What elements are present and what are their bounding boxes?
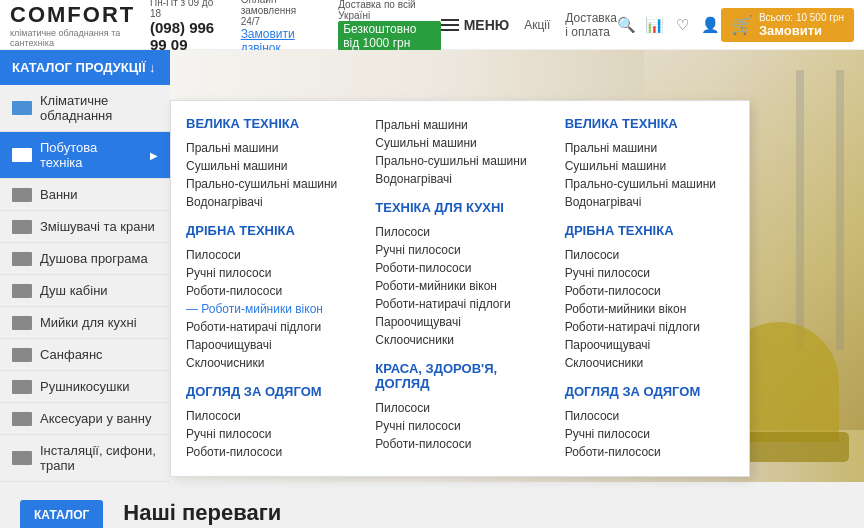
promo-link[interactable]: Акції bbox=[524, 18, 550, 32]
sidebar-item-label: Змішувачі та крани bbox=[40, 219, 155, 234]
contact-info: Пн-Пт з 09 до 18 (098) 996 99 09 bbox=[150, 0, 221, 53]
link-pyl-kukhni-1[interactable]: Пилососи bbox=[375, 223, 544, 241]
link-sklo-kukhni[interactable]: Склоочисники bbox=[375, 331, 544, 349]
link-paro-kukhni[interactable]: Пароочищувачі bbox=[375, 313, 544, 331]
sidebar-item-vanny[interactable]: Ванни bbox=[0, 179, 170, 211]
myjky-icon bbox=[12, 316, 32, 330]
sidebar-item-label: Кліматичне обладнання bbox=[40, 93, 158, 123]
link-sushylni-1[interactable]: Сушильні машини bbox=[186, 157, 355, 175]
link-ruchni-odlag-1[interactable]: Ручні пилососи bbox=[186, 425, 355, 443]
link-pyl-krasa[interactable]: Пилососи bbox=[375, 399, 544, 417]
link-skloochysnyky-1[interactable]: Склоочисники bbox=[186, 354, 355, 372]
cart-info: Всього: 10 500 грн Замовити bbox=[759, 12, 844, 38]
link-roboty-odlag-3[interactable]: Роботи-пилососи bbox=[565, 443, 734, 461]
search-icon[interactable]: 🔍 bbox=[617, 15, 637, 35]
col1-section3-title: ДОГЛЯД ЗА ОДЯГОМ bbox=[186, 384, 355, 399]
link-sushylni-3[interactable]: Сушильні машини bbox=[565, 157, 734, 175]
sidebar-item-label: Мийки для кухні bbox=[40, 315, 137, 330]
link-roboty-krasa[interactable]: Роботи-пилососи bbox=[375, 435, 544, 453]
sidebar-item-label: Душова програма bbox=[40, 251, 148, 266]
sidebar-item-sanfayans[interactable]: Санфаянс bbox=[0, 339, 170, 371]
cart-button[interactable]: 🛒 Всього: 10 500 грн Замовити bbox=[721, 8, 854, 42]
chart-icon[interactable]: 📊 bbox=[645, 15, 665, 35]
phone-number[interactable]: (098) 996 99 09 bbox=[150, 19, 221, 53]
link-paro-3[interactable]: Пароочищувачі bbox=[565, 336, 734, 354]
link-myjnyky-vikna[interactable]: Роботи-мийники вікон bbox=[375, 277, 544, 295]
sidebar-item-label: Побутова техніка bbox=[40, 140, 142, 170]
link-paroochyshuvachi-1[interactable]: Пароочищувачі bbox=[186, 336, 355, 354]
link-vodonahrivachi-2[interactable]: Водонагрівачі bbox=[375, 170, 544, 188]
sidebar-item-pobutova[interactable]: Побутова техніка ▶ bbox=[0, 132, 170, 179]
sidebar-item-dush-kabiny[interactable]: Душ кабіни bbox=[0, 275, 170, 307]
bottom-section: КАТАЛОГ Наші переваги 🚚 🏆 💧 🔧 📦 bbox=[0, 482, 864, 528]
sidebar-item-label: Санфаянс bbox=[40, 347, 103, 362]
link-roboty-vikna-1[interactable]: — Роботи-мийники вікон bbox=[186, 300, 355, 318]
sidebar-item-instalyatsii[interactable]: Інсталяції, сифони, трапи bbox=[0, 435, 170, 482]
sidebar-item-aksesuary[interactable]: Аксесуари у ванну bbox=[0, 403, 170, 435]
col1-section1-title: ВЕЛИКА ТЕХНІКА bbox=[186, 116, 355, 131]
user-icon[interactable]: 👤 bbox=[701, 15, 721, 35]
online-label: Онлайн замовлення 24/7 bbox=[241, 0, 319, 27]
sidebar-item-klimatichne[interactable]: Кліматичне обладнання bbox=[0, 85, 170, 132]
link-pralno-sushylni-2[interactable]: Прально-сушильні машини bbox=[375, 152, 544, 170]
menu-button[interactable]: МЕНЮ bbox=[441, 17, 510, 33]
link-pralno-sushylni-3[interactable]: Прально-сушильні машини bbox=[565, 175, 734, 193]
header-navigation: МЕНЮ Акції Доставка і оплата bbox=[441, 11, 617, 39]
col3-section1-title: ВЕЛИКА ТЕХНІКА bbox=[565, 116, 734, 131]
link-myjnyky-vikna-3[interactable]: Роботи-мийники вікон bbox=[565, 300, 734, 318]
col2-section2-title: ТЕХНІКА ДЛЯ КУХНІ bbox=[375, 200, 544, 215]
arrow-icon: ▶ bbox=[150, 150, 158, 161]
delivery-label: Доставка по всій Україні bbox=[338, 0, 440, 21]
sidebar-item-rushnykosusky[interactable]: Рушникосушки bbox=[0, 371, 170, 403]
site-header: COMFORT кліматичне обладнання та сантехн… bbox=[0, 0, 864, 50]
link-ruchni-kukhni-1[interactable]: Ручні пилососи bbox=[375, 241, 544, 259]
link-roboty-podlogy-1[interactable]: Роботи-натирачі підлоги bbox=[186, 318, 355, 336]
col3-section2-title: ДРІБНА ТЕХНІКА bbox=[565, 223, 734, 238]
logo-title: COMFORT bbox=[10, 2, 130, 28]
sidebar-item-dushova[interactable]: Душова програма bbox=[0, 243, 170, 275]
wishlist-icon[interactable]: ♡ bbox=[673, 15, 693, 35]
zmishuvachi-icon bbox=[12, 220, 32, 234]
link-ruchni-dribna-3[interactable]: Ручні пилососи bbox=[565, 264, 734, 282]
link-sklo-3[interactable]: Склоочисники bbox=[565, 354, 734, 372]
link-pyl-odlag-1[interactable]: Пилососи bbox=[186, 407, 355, 425]
cart-order: Замовити bbox=[759, 23, 844, 38]
catalog-header[interactable]: КАТАЛОГ ПРОДУКЦІЇ ↓ bbox=[0, 50, 170, 85]
link-pralni-2[interactable]: Пральні машини bbox=[375, 116, 544, 134]
catalog-bottom-button[interactable]: КАТАЛОГ bbox=[20, 500, 103, 528]
link-roboty-kukhni-1[interactable]: Роботи-пилососи bbox=[375, 259, 544, 277]
instalyatsii-icon bbox=[12, 451, 32, 465]
link-vodonahrivachi-1[interactable]: Водонагрівачі bbox=[186, 193, 355, 211]
dropdown-col-3: ВЕЛИКА ТЕХНІКА Пральні машини Сушильні м… bbox=[555, 116, 744, 461]
link-pralni-1[interactable]: Пральні машини bbox=[186, 139, 355, 157]
dush-icon bbox=[12, 284, 32, 298]
link-ruchni-krasa[interactable]: Ручні пилососи bbox=[375, 417, 544, 435]
link-roboty-odlag-1[interactable]: Роботи-пилососи bbox=[186, 443, 355, 461]
link-natyrachi-3[interactable]: Роботи-натирачі підлоги bbox=[565, 318, 734, 336]
link-sushylni-2[interactable]: Сушильні машини bbox=[375, 134, 544, 152]
link-pylososy-1[interactable]: Пилососи bbox=[186, 246, 355, 264]
delivery-link[interactable]: Доставка і оплата bbox=[565, 11, 617, 39]
online-order: Онлайн замовлення 24/7 Замовити дзвінок bbox=[241, 0, 319, 56]
link-pyl-odlag-3[interactable]: Пилососи bbox=[565, 407, 734, 425]
sidebar-item-zmishuvachi[interactable]: Змішувачі та крани bbox=[0, 211, 170, 243]
link-pyl-dribna-3[interactable]: Пилососи bbox=[565, 246, 734, 264]
link-ruchni-odlag-3[interactable]: Ручні пилососи bbox=[565, 425, 734, 443]
link-roboty-pyl-1[interactable]: Роботи-пилососи bbox=[186, 282, 355, 300]
col2-section3-title: КРАСА, ЗДОРОВ'Я, ДОГЛЯД bbox=[375, 361, 544, 391]
dropdown-col-1: ВЕЛИКА ТЕХНІКА Пральні машини Сушильні м… bbox=[176, 116, 365, 461]
link-natyrachi-kukhni[interactable]: Роботи-натирачі підлоги bbox=[375, 295, 544, 313]
vanny-icon bbox=[12, 188, 32, 202]
link-ruchni-1[interactable]: Ручні пилососи bbox=[186, 264, 355, 282]
link-roboty-dribna-3[interactable]: Роботи-пилососи bbox=[565, 282, 734, 300]
sidebar-item-label: Аксесуари у ванну bbox=[40, 411, 151, 426]
working-hours: Пн-Пт з 09 до 18 bbox=[150, 0, 221, 19]
link-pralni-3[interactable]: Пральні машини bbox=[565, 139, 734, 157]
sidebar-item-label: Душ кабіни bbox=[40, 283, 108, 298]
link-vodonahrivachi-3[interactable]: Водонагрівачі bbox=[565, 193, 734, 211]
sidebar-item-myjky[interactable]: Мийки для кухні bbox=[0, 307, 170, 339]
advantages-section: Наші переваги 🚚 🏆 💧 🔧 📦 bbox=[123, 500, 483, 528]
shelf-pole2 bbox=[836, 70, 844, 350]
link-pralno-sushylni-1[interactable]: Прально-сушильні машини bbox=[186, 175, 355, 193]
dushova-icon bbox=[12, 252, 32, 266]
